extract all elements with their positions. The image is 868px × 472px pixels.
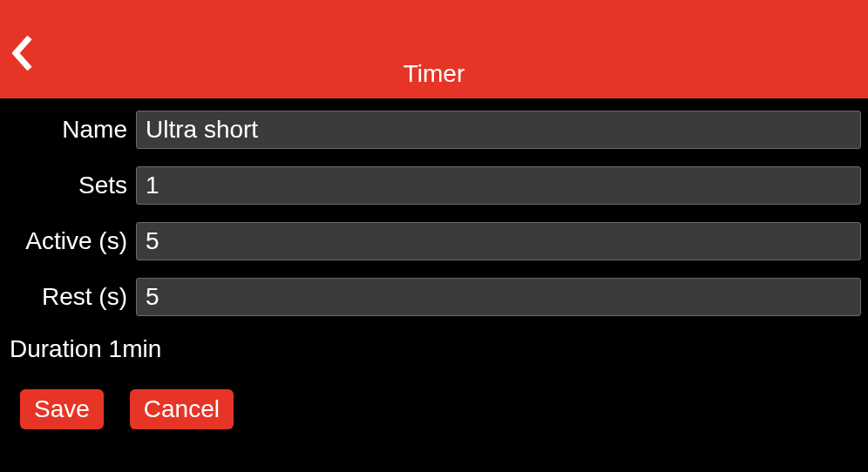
form-row-rest: Rest (s) [7,278,861,316]
form-row-active: Active (s) [7,222,861,260]
duration-text: Duration 1min [10,335,161,362]
sets-input[interactable] [136,166,861,205]
sets-label: Sets [7,172,127,199]
form-row-name: Name [7,111,861,149]
button-row: Save Cancel [7,389,861,429]
header: Timer [0,0,868,98]
back-button[interactable] [10,34,35,72]
cancel-button[interactable]: Cancel [130,389,234,429]
form-row-sets: Sets [7,166,861,205]
rest-label: Rest (s) [7,283,127,311]
active-input[interactable] [136,222,861,260]
save-button[interactable]: Save [20,389,104,429]
name-input[interactable] [136,111,861,149]
chevron-left-icon [12,36,33,71]
name-label: Name [7,116,127,144]
timer-form: Name Sets Active (s) Rest (s) Duration 1… [0,98,868,429]
active-label: Active (s) [7,227,127,255]
duration-row: Duration 1min [7,335,861,363]
rest-input[interactable] [136,278,861,316]
page-title: Timer [403,60,465,88]
